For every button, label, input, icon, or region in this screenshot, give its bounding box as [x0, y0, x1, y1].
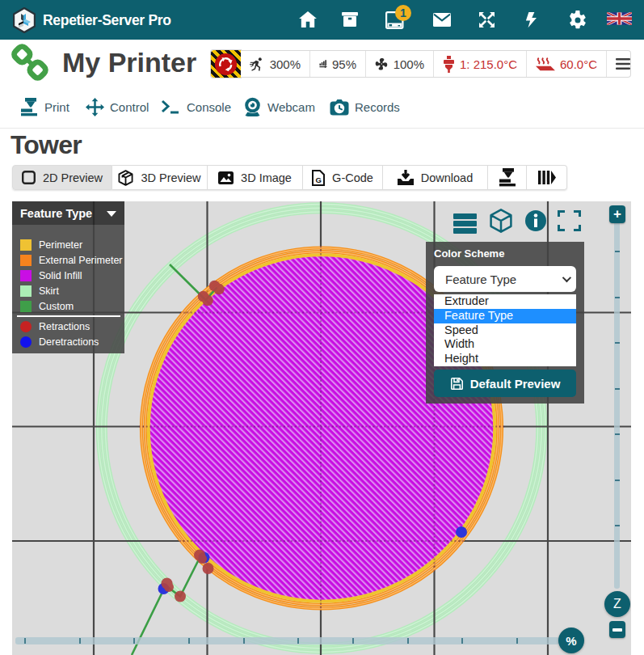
svg-text:G: G	[316, 175, 322, 184]
